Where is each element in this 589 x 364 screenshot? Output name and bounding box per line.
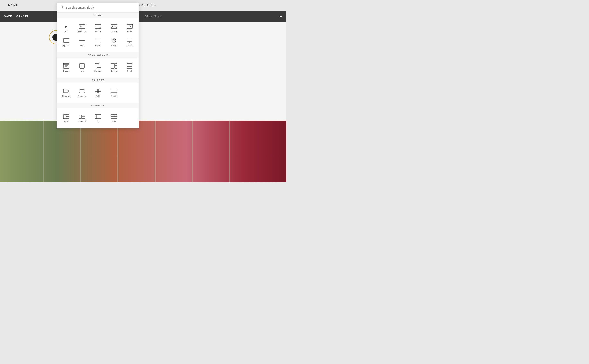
block-item-slideshow[interactable]: Slideshow bbox=[59, 86, 74, 100]
add-section-button[interactable]: + bbox=[279, 13, 282, 19]
block-item-poster-label: Poster bbox=[63, 70, 69, 72]
svg-point-17 bbox=[112, 39, 116, 42]
block-item-markdown[interactable]: M↓ Markdown bbox=[75, 21, 90, 35]
block-item-list[interactable]: List bbox=[91, 112, 105, 125]
card-icon bbox=[78, 63, 86, 69]
block-item-carousel-summary[interactable]: Carousel bbox=[75, 112, 90, 125]
svg-rect-36 bbox=[127, 67, 132, 69]
nav-home-link[interactable]: HOME bbox=[8, 4, 18, 7]
svg-point-11 bbox=[112, 25, 113, 26]
block-item-carousel-gallery[interactable]: Carousel bbox=[75, 86, 90, 100]
svg-rect-40 bbox=[80, 90, 84, 93]
svg-rect-26 bbox=[80, 63, 84, 68]
summary-items-grid: Wall Carousel Lis bbox=[57, 108, 139, 128]
svg-rect-56 bbox=[66, 117, 69, 119]
svg-marker-13 bbox=[129, 26, 131, 27]
block-item-overlap-label: Overlap bbox=[94, 70, 101, 72]
svg-rect-65 bbox=[114, 115, 117, 116]
block-item-stack-gallery[interactable]: Stack bbox=[106, 86, 122, 100]
block-item-audio[interactable]: Audio bbox=[106, 36, 122, 49]
grid-summary-icon bbox=[110, 114, 118, 119]
svg-rect-54 bbox=[63, 115, 66, 119]
block-item-wall[interactable]: Wall bbox=[59, 112, 74, 125]
image-icon bbox=[110, 24, 118, 29]
search-icon bbox=[60, 6, 64, 10]
block-item-video-label: Video bbox=[127, 31, 132, 33]
svg-rect-67 bbox=[114, 117, 117, 119]
block-item-grid-gallery[interactable]: Grid bbox=[91, 86, 105, 100]
block-item-image[interactable]: Image bbox=[106, 21, 122, 35]
svg-rect-66 bbox=[111, 117, 114, 119]
photo-strip bbox=[0, 121, 286, 182]
block-item-stack-layout-label: Stack bbox=[127, 70, 132, 72]
main-content: ind the perfecthotographer? tee I'll cap… bbox=[0, 22, 286, 182]
section-basic-header: BASIC bbox=[57, 13, 139, 18]
svg-rect-35 bbox=[127, 65, 132, 67]
svg-rect-12 bbox=[127, 24, 133, 28]
svg-rect-14 bbox=[63, 39, 69, 42]
svg-rect-16 bbox=[95, 39, 101, 42]
carousel-summary-icon bbox=[78, 114, 86, 119]
audio-icon bbox=[110, 38, 118, 43]
video-icon bbox=[126, 24, 133, 29]
slideshow-icon bbox=[63, 88, 70, 94]
block-item-video[interactable]: Video bbox=[122, 21, 137, 35]
svg-rect-39 bbox=[66, 90, 68, 92]
svg-rect-51 bbox=[111, 89, 117, 93]
block-item-card[interactable]: Card bbox=[75, 61, 90, 74]
block-item-grid-summary-label: Grid bbox=[112, 121, 116, 123]
section-image-layouts-header: IMAGE LAYOUTS bbox=[57, 52, 139, 58]
block-item-quote[interactable]: Quote bbox=[91, 21, 105, 35]
embed-icon bbox=[126, 38, 133, 43]
edit-toolbar: SAVE CANCEL Editing 'Intro' + bbox=[0, 11, 286, 22]
block-item-slideshow-label: Slideshow bbox=[62, 95, 71, 98]
block-item-list-label: List bbox=[96, 121, 100, 123]
svg-rect-55 bbox=[66, 115, 69, 116]
svg-rect-57 bbox=[79, 115, 82, 118]
block-item-poster[interactable]: Poster bbox=[59, 61, 74, 74]
svg-rect-38 bbox=[64, 90, 66, 92]
block-item-spacer[interactable]: Spacer bbox=[59, 36, 74, 49]
basic-items-grid: a Text M↓ Markdown bbox=[57, 18, 139, 52]
svg-rect-6 bbox=[95, 24, 101, 28]
block-item-grid-summary[interactable]: Grid bbox=[106, 112, 122, 125]
block-item-card-label: Card bbox=[80, 70, 84, 72]
block-item-embed-label: Embed bbox=[126, 45, 133, 47]
svg-rect-22 bbox=[63, 63, 69, 68]
block-item-embed[interactable]: Embed bbox=[122, 36, 137, 49]
button-icon bbox=[94, 38, 102, 43]
poster-icon bbox=[63, 63, 70, 69]
search-row bbox=[57, 3, 139, 13]
markdown-icon: M↓ bbox=[78, 24, 86, 29]
block-item-audio-label: Audio bbox=[111, 45, 117, 47]
svg-rect-31 bbox=[111, 63, 114, 68]
block-item-button-label: Button bbox=[95, 45, 101, 47]
save-button[interactable]: SAVE bbox=[4, 15, 12, 18]
overlap-icon bbox=[94, 63, 102, 69]
block-item-collage-label: Collage bbox=[110, 70, 117, 72]
block-item-overlap[interactable]: Overlap bbox=[91, 61, 105, 74]
text-icon: a bbox=[63, 24, 70, 29]
block-item-line[interactable]: Line bbox=[75, 36, 90, 49]
svg-rect-48 bbox=[98, 89, 101, 91]
svg-rect-30 bbox=[97, 64, 101, 67]
block-item-stack-layout[interactable]: Stack bbox=[122, 61, 137, 74]
cancel-button[interactable]: CANCEL bbox=[16, 15, 29, 18]
block-item-quote-label: Quote bbox=[95, 31, 101, 33]
svg-rect-34 bbox=[127, 63, 132, 65]
stack-gallery-icon bbox=[110, 88, 118, 94]
quote-icon bbox=[94, 24, 102, 29]
block-item-carousel-gallery-label: Carousel bbox=[78, 95, 86, 98]
stack-layout-icon bbox=[126, 63, 133, 69]
block-item-wall-label: Wall bbox=[64, 121, 68, 123]
block-item-button[interactable]: Button bbox=[91, 36, 105, 49]
section-summary-header: SUMMARY bbox=[57, 103, 139, 108]
editing-section-label: Editing 'Intro' bbox=[145, 15, 162, 18]
search-input[interactable] bbox=[66, 6, 136, 9]
svg-rect-32 bbox=[115, 63, 117, 66]
svg-rect-64 bbox=[111, 115, 114, 116]
grid-gallery-icon bbox=[94, 88, 102, 94]
block-item-collage[interactable]: Collage bbox=[106, 61, 122, 74]
svg-line-2 bbox=[63, 8, 63, 9]
block-item-text[interactable]: a Text bbox=[59, 21, 74, 35]
